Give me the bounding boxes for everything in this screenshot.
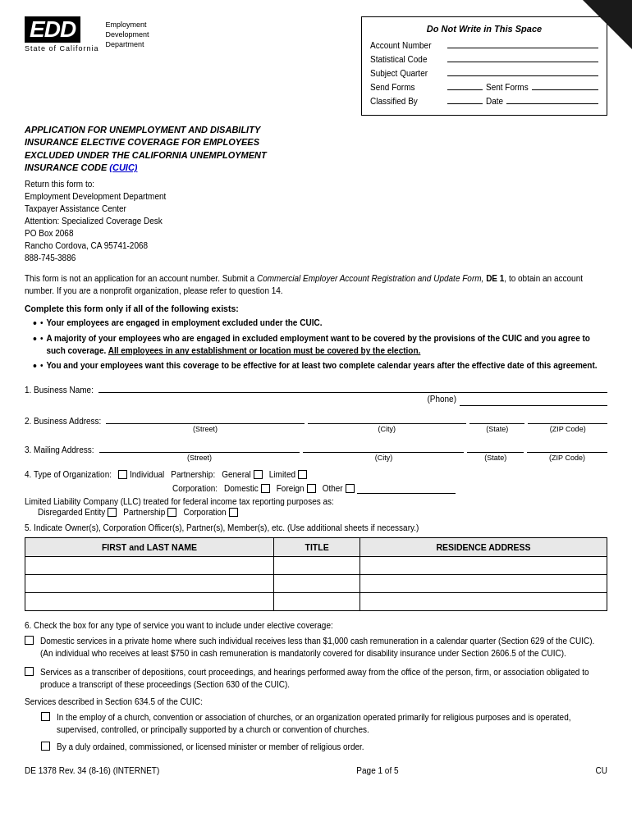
domestic-option: Domestic <box>224 484 270 493</box>
cuic-link[interactable]: (CUIC) <box>109 162 137 172</box>
statistical-code-line <box>447 52 598 62</box>
limited-checkbox[interactable] <box>298 470 307 479</box>
business-name-label: 1. Business Name: <box>25 386 94 395</box>
col-header-address: RESIDENCE ADDRESS <box>360 538 607 557</box>
mailing-state-field[interactable] <box>467 441 524 453</box>
title-cell-2[interactable] <box>274 575 360 593</box>
phone-field[interactable] <box>460 395 607 406</box>
statistical-code-label: Statistical Code <box>370 55 444 64</box>
business-name-field[interactable] <box>98 381 607 393</box>
service1-checkbox[interactable] <box>25 636 34 645</box>
other-option: Other <box>323 482 456 494</box>
send-forms-row: Send Forms Sent Forms <box>370 80 598 92</box>
mailing-zip-field[interactable] <box>527 441 607 453</box>
org-type-label: 4. Type of Organization: <box>25 470 112 479</box>
sub1-checkbox[interactable] <box>41 712 50 721</box>
address-cell-1[interactable] <box>360 557 607 575</box>
address-cell-3[interactable] <box>360 593 607 611</box>
main-title: APPLICATION FOR UNEMPLOYMENT AND DISABIL… <box>25 124 607 175</box>
business-street-sublabel: (Street) <box>193 425 218 433</box>
mailing-address-label: 3. Mailing Address: <box>25 445 94 454</box>
business-state-sublabel: (State) <box>486 425 508 433</box>
page-footer: DE 1378 Rev. 34 (8-16) (INTERNET) Page 1… <box>25 766 607 775</box>
org-type-row1: 4. Type of Organization: Individual Part… <box>25 470 607 479</box>
mailing-zip-sublabel: (ZIP Code) <box>549 454 585 462</box>
col-header-title: TITLE <box>274 538 360 557</box>
individual-checkbox[interactable] <box>118 470 127 479</box>
footer-center: Page 1 of 5 <box>356 766 398 775</box>
disregarded-checkbox[interactable] <box>108 508 117 517</box>
date-label: Date <box>486 97 503 106</box>
section634-label: Services described in Section 634.5 of t… <box>25 697 607 706</box>
state-label: State of California <box>25 44 99 52</box>
indicate-text: 5. Indicate Owner(s), Corporation Office… <box>25 523 607 532</box>
name-cell-2[interactable] <box>25 575 274 593</box>
partnership-llc-checkbox[interactable] <box>167 508 176 517</box>
address-cell-2[interactable] <box>360 575 607 593</box>
partnership-label: Partnership: <box>171 470 215 479</box>
table-row <box>25 557 607 575</box>
general-label: General <box>222 470 251 479</box>
edd-tagline: Employment Development Department <box>106 21 149 49</box>
business-state-field[interactable] <box>469 413 525 424</box>
sub2-text: By a duly ordained, commissioned, or lic… <box>57 741 607 753</box>
business-street-field[interactable] <box>106 413 304 424</box>
mailing-street-field[interactable] <box>99 441 300 453</box>
sent-forms-line <box>532 80 598 90</box>
service-option-2: Services as a transcriber of depositions… <box>25 666 607 691</box>
domestic-checkbox[interactable] <box>261 484 270 493</box>
service2-checkbox[interactable] <box>25 667 34 676</box>
subject-quarter-row: Subject Quarter <box>370 66 598 78</box>
bullet-item-3: • You and your employees want this cover… <box>33 359 607 373</box>
business-name-section: 1. Business Name: (Phone) <box>25 381 607 406</box>
sub1-text: In the employ of a church, convention or… <box>57 711 607 736</box>
statistical-code-row: Statistical Code <box>370 52 598 64</box>
other-checkbox[interactable] <box>346 484 355 493</box>
account-number-line <box>447 39 598 48</box>
business-address-block: (Street) (City) (State) (ZIP Code) <box>106 413 607 433</box>
general-checkbox[interactable] <box>254 470 263 479</box>
business-zip-field[interactable] <box>528 413 607 424</box>
mailing-state-sublabel: (State) <box>484 454 506 462</box>
complete-title: Complete this form only if all of the fo… <box>25 304 607 313</box>
disregarded-option: Disregarded Entity <box>38 508 117 517</box>
classified-by-row: Classified By Date <box>370 94 598 106</box>
corner-decoration <box>583 0 632 49</box>
foreign-option: Foreign <box>277 484 316 493</box>
corporation-llc-checkbox[interactable] <box>229 508 238 517</box>
account-number-label: Account Number <box>370 41 444 50</box>
date-line <box>506 94 598 104</box>
bullet-list: • Your employees are engaged in employme… <box>25 317 607 374</box>
name-cell-3[interactable] <box>25 593 274 611</box>
field6-section: 6. Check the box for any type of service… <box>25 621 607 753</box>
subject-quarter-label: Subject Quarter <box>370 69 444 78</box>
title-cell-3[interactable] <box>274 593 360 611</box>
foreign-checkbox[interactable] <box>307 484 316 493</box>
notice-text: This form is not an application for an a… <box>25 272 607 297</box>
title-cell-1[interactable] <box>274 557 360 575</box>
business-address-section: 2. Business Address: (Street) (City) (St… <box>25 413 607 435</box>
business-city-field[interactable] <box>308 413 466 424</box>
limited-label: Limited <box>269 470 295 479</box>
mailing-city-field[interactable] <box>303 441 464 453</box>
sub2-checkbox[interactable] <box>41 742 50 751</box>
name-cell-1[interactable] <box>25 557 274 575</box>
business-zip-sublabel: (ZIP Code) <box>550 425 586 433</box>
general-option: General <box>222 470 263 479</box>
service-option-1: Domestic services in a private home wher… <box>25 635 607 660</box>
service1-text: Domestic services in a private home wher… <box>40 635 607 660</box>
mailing-city-sublabel: (City) <box>375 454 393 462</box>
corporation-llc-label: Corporation <box>183 508 226 517</box>
foreign-label: Foreign <box>277 484 305 493</box>
return-info: Return this form to: Employment Developm… <box>25 178 607 264</box>
other-field[interactable] <box>357 482 456 494</box>
org-type-row2: Corporation: Domestic Foreign Other <box>25 482 607 494</box>
send-forms-label: Send Forms <box>370 83 444 92</box>
sent-forms-label: Sent Forms <box>486 83 529 92</box>
llc-sub-row: Disregarded Entity Partnership Corporati… <box>25 508 607 517</box>
bullet-item-2: • A majority of your employees who are e… <box>33 332 607 357</box>
classified-by-line <box>447 94 483 104</box>
business-address-label: 2. Business Address: <box>25 417 101 426</box>
mailing-street-sublabel: (Street) <box>187 454 212 462</box>
corporation-llc-option: Corporation <box>183 508 237 517</box>
